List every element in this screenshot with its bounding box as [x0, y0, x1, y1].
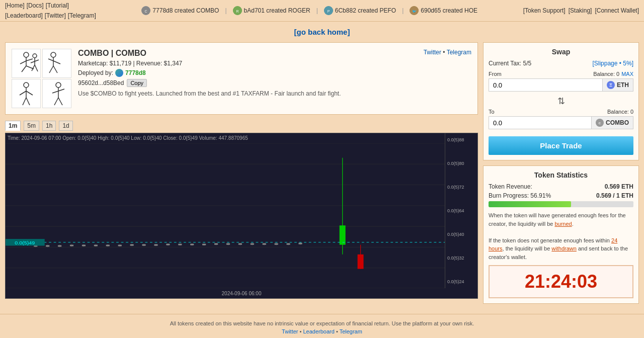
nav-twitter[interactable]: [Twitter]	[45, 12, 66, 19]
burned-link[interactable]: burned	[554, 221, 572, 227]
desc2-mid: , the liquidity will be	[503, 245, 552, 251]
footer-disclaimer: All tokens created on this website have …	[170, 320, 474, 326]
slippage-link[interactable]: [Slippage • 5%]	[592, 60, 633, 67]
nav-leaderboard[interactable]: [Leaderboard]	[5, 12, 43, 19]
ticker-pefo-text: 6Cb882 created PEFO	[335, 7, 396, 14]
swap-box: Swap Current Tax: 5/5 [Slippage • 5%] Fr…	[483, 42, 639, 160]
svg-rect-89	[286, 243, 290, 245]
nav-connect-wallet[interactable]: [Connect Wallet]	[595, 7, 639, 14]
svg-line-37	[58, 98, 62, 105]
burn-progress-fill	[489, 201, 571, 207]
deployer-avatar	[115, 69, 123, 77]
eth-token-button[interactable]: Ξ ETH	[602, 79, 633, 91]
price-level-1: 0.0(5)88	[447, 137, 475, 142]
tab-1h[interactable]: 1h	[42, 121, 56, 131]
stats-title: Token Statistics	[489, 171, 633, 179]
chart-container: Time: 2024-09-06 07:00 Open: 0.0{5}40 Hi…	[5, 133, 478, 299]
svg-text:P: P	[327, 10, 330, 13]
svg-rect-87	[275, 243, 278, 245]
burn-value: 0.569 / 1 ETH	[596, 192, 633, 199]
svg-line-31	[26, 98, 30, 105]
to-input[interactable]	[489, 117, 591, 129]
footer-telegram[interactable]: Telegram	[340, 328, 362, 334]
svg-line-16	[31, 61, 35, 63]
from-input[interactable]	[489, 79, 602, 91]
nav-telegram[interactable]: [Telegram]	[68, 12, 96, 19]
price-level-7: 0.0(5)24	[447, 279, 475, 284]
nav-staking[interactable]: [Staking]	[569, 7, 592, 14]
token-card: COMBO | COMBO Twitter • Telegram Marketc…	[5, 42, 478, 115]
token-address-text: 95602d...d58Bed	[78, 79, 124, 87]
tab-5m[interactable]: 5m	[24, 121, 39, 131]
ticker-combo-avatar: C	[141, 6, 150, 15]
place-trade-button[interactable]: Place Trade	[489, 136, 633, 155]
svg-text:C: C	[145, 10, 147, 13]
nav-docs[interactable]: [Docs]	[27, 2, 44, 9]
footer-twitter[interactable]: Twitter	[282, 328, 298, 334]
svg-rect-73	[190, 244, 194, 245]
to-label: To	[489, 109, 495, 115]
svg-line-17	[35, 60, 39, 61]
max-button[interactable]: MAX	[621, 71, 633, 77]
copy-button[interactable]: Copy	[127, 79, 147, 87]
svg-rect-51	[58, 245, 61, 247]
chart-tabs: 1m 5m 1h 1d	[5, 119, 478, 133]
svg-line-19	[35, 65, 38, 71]
token-links: Twitter • Telegram	[424, 49, 471, 56]
from-balance: Balance: 0	[593, 71, 619, 77]
swap-from-input-row: Ξ ETH	[489, 78, 633, 92]
burn-progress-bar	[489, 201, 633, 207]
timer-box: 21:24:03	[489, 265, 633, 298]
back-home-section: [go back home]	[0, 22, 644, 42]
svg-rect-77	[214, 243, 218, 245]
tab-1m[interactable]: 1m	[5, 121, 21, 131]
to-balance: Balance: 0	[607, 109, 633, 115]
svg-rect-67	[154, 244, 157, 246]
to-token-label: COMBO	[606, 119, 629, 126]
swap-direction-toggle[interactable]: ⇅	[489, 96, 633, 107]
token-twitter-link[interactable]: Twitter	[424, 49, 441, 56]
combo-token-button[interactable]: C COMBO	[591, 117, 633, 129]
svg-rect-79	[226, 243, 230, 245]
price-level-2: 0.0(5)80	[447, 161, 475, 166]
price-level-6: 0.0(5)32	[447, 256, 475, 261]
swap-to-field: To Balance: 0 C COMBO	[489, 109, 633, 129]
svg-line-28	[20, 91, 26, 95]
token-address: 95602d...d58Bed Copy	[78, 79, 471, 87]
token-marketcap: Marketcap: $11,719 | Revenue: $1,347	[78, 60, 471, 67]
nav-home[interactable]: [Home]	[5, 2, 25, 9]
svg-line-12	[22, 66, 26, 72]
ticker-hoe-text: 690d65 created HOE	[421, 7, 477, 14]
swap-to-input-row: C COMBO	[489, 116, 633, 129]
svg-line-24	[49, 66, 53, 73]
nav-tutorial[interactable]: [Tutorial]	[46, 2, 69, 9]
ticker-roger-text: bAd701 created ROGER	[244, 7, 310, 14]
svg-rect-81	[238, 243, 242, 245]
token-telegram-link[interactable]: Telegram	[447, 49, 471, 56]
svg-text:0.0(5)49: 0.0(5)49	[15, 240, 35, 245]
svg-text:R: R	[236, 10, 238, 13]
svg-rect-53	[70, 245, 73, 246]
tab-1d[interactable]: 1d	[59, 121, 72, 131]
left-panel: COMBO | COMBO Twitter • Telegram Marketc…	[5, 42, 478, 304]
token-deployed: Deployed by: 7778d8	[78, 69, 471, 77]
svg-point-32	[56, 82, 61, 88]
svg-line-25	[53, 66, 57, 73]
svg-rect-69	[166, 244, 170, 245]
nav-token-support[interactable]: [Token Support]	[523, 7, 566, 14]
svg-rect-83	[251, 243, 254, 245]
footer-leaderboard[interactable]: Leaderboard	[303, 328, 334, 334]
swap-title: Swap	[489, 48, 633, 56]
link-sep: •	[443, 49, 446, 56]
token-title: COMBO | COMBO	[78, 49, 146, 58]
svg-rect-85	[263, 243, 266, 245]
from-label: From	[489, 71, 502, 77]
top-nav-left: [Home] [Docs] [Tutorial] [Leaderboard] […	[5, 2, 96, 19]
svg-rect-49	[46, 245, 49, 247]
footer-sep-2: •	[336, 328, 340, 334]
back-home-link[interactable]: [go back home]	[294, 28, 350, 36]
burn-label: Burn Progress: 56.91%	[489, 192, 551, 199]
svg-text:C: C	[599, 122, 601, 125]
svg-rect-57	[94, 245, 98, 246]
withdrawn-link[interactable]: withdrawn	[551, 245, 577, 251]
